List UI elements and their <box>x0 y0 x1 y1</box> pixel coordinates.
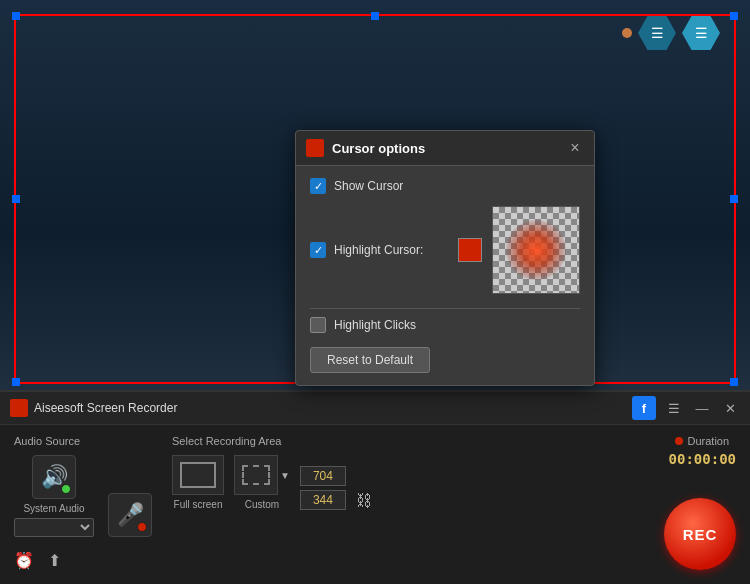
fullscreen-icon <box>180 462 216 488</box>
dialog-title: Cursor options <box>332 141 566 156</box>
custom-dropdown-arrow[interactable]: ▼ <box>280 470 290 481</box>
close-button[interactable]: × <box>566 139 584 157</box>
toolbar-bottom: ⏰ ⬆ <box>0 547 750 574</box>
app-icon <box>10 399 28 417</box>
cursor-options-dialog: Cursor options × ✓ Show Cursor ✓ Highlig… <box>295 130 595 386</box>
status-dot <box>622 28 632 38</box>
audio-source-section: Audio Source 🔊 System Audio 🎤 <box>14 435 152 537</box>
audio-source-label: Audio Source <box>14 435 152 447</box>
width-row <box>300 466 346 486</box>
cursor-glow <box>506 220 566 280</box>
custom-icon <box>242 465 270 485</box>
toolbar-title-bar: Aiseesoft Screen Recorder f ☰ — ✕ <box>0 392 750 425</box>
fullscreen-button-group: Full screen <box>172 455 224 510</box>
duration-value: 00:00:00 <box>669 451 736 467</box>
select-area-section: Select Recording Area Full screen ▼ <box>172 435 649 510</box>
hex-button-2[interactable]: ☰ <box>682 16 720 50</box>
custom-button[interactable] <box>234 455 278 495</box>
system-audio-dropdown[interactable] <box>14 518 94 537</box>
height-row <box>300 490 346 510</box>
custom-button-group: ▼ Custom <box>234 455 290 510</box>
dialog-header: Cursor options × <box>296 131 594 166</box>
divider <box>310 308 580 309</box>
toolbar-content: Audio Source 🔊 System Audio 🎤 <box>0 425 750 547</box>
checkmark-icon: ✓ <box>314 180 323 193</box>
dimensions-group <box>300 466 346 510</box>
handle-middle-left[interactable] <box>12 195 20 203</box>
highlight-clicks-label: Highlight Clicks <box>334 318 416 332</box>
show-cursor-row: ✓ Show Cursor <box>310 178 580 194</box>
fullscreen-button[interactable] <box>172 455 224 495</box>
color-swatch[interactable] <box>458 238 482 262</box>
show-cursor-checkbox[interactable]: ✓ <box>310 178 326 194</box>
toolbar-actions: f ☰ — ✕ <box>632 396 740 420</box>
cursor-preview <box>492 206 580 294</box>
close-window-button[interactable]: ✕ <box>720 398 740 418</box>
rec-label: REC <box>683 526 718 543</box>
highlight-clicks-checkbox[interactable] <box>310 317 326 333</box>
list-icon[interactable]: ☰ <box>664 398 684 418</box>
highlight-cursor-row: ✓ Highlight Cursor: <box>310 206 580 294</box>
link-dimensions-icon[interactable]: ⛓ <box>356 492 372 510</box>
handle-top-left[interactable] <box>12 12 20 20</box>
system-audio-status <box>61 484 71 494</box>
custom-area-wrap: ▼ <box>234 455 290 495</box>
highlight-clicks-row: Highlight Clicks <box>310 317 580 333</box>
dialog-body: ✓ Show Cursor ✓ Highlight Cursor: Highli… <box>296 166 594 385</box>
duration-label-row: Duration <box>675 435 729 447</box>
highlight-cursor-label-group: Highlight Cursor: <box>334 243 458 257</box>
mic-audio-group: 🎤 <box>108 493 152 537</box>
app-title: Aiseesoft Screen Recorder <box>34 401 632 415</box>
dialog-app-icon <box>306 139 324 157</box>
rec-button[interactable]: REC <box>664 498 736 570</box>
duration-dot <box>675 437 683 445</box>
select-area-label: Select Recording Area <box>172 435 649 447</box>
audio-buttons: 🔊 System Audio 🎤 <box>14 455 152 537</box>
duration-group: Duration 00:00:00 <box>669 435 736 467</box>
height-input[interactable] <box>300 490 346 510</box>
minimize-button[interactable]: — <box>692 398 712 418</box>
handle-top-center[interactable] <box>371 12 379 20</box>
handle-bottom-right[interactable] <box>730 378 738 386</box>
highlight-cursor-label: Highlight Cursor: <box>334 243 423 257</box>
menu-icon-2: ☰ <box>695 25 708 41</box>
duration-label: Duration <box>687 435 729 447</box>
hex-button-group: ☰ ☰ <box>622 16 720 50</box>
hex-button-1[interactable]: ☰ <box>638 16 676 50</box>
system-audio-group: 🔊 System Audio <box>14 455 94 537</box>
checkmark-icon-2: ✓ <box>314 244 323 257</box>
width-input[interactable] <box>300 466 346 486</box>
custom-label: Custom <box>245 499 279 510</box>
facebook-button[interactable]: f <box>632 396 656 420</box>
toolbar: Aiseesoft Screen Recorder f ☰ — ✕ Audio … <box>0 390 750 584</box>
handle-middle-right[interactable] <box>730 195 738 203</box>
system-audio-button[interactable]: 🔊 <box>32 455 76 499</box>
fullscreen-label: Full screen <box>174 499 223 510</box>
mic-audio-button[interactable]: 🎤 <box>108 493 152 537</box>
reset-button[interactable]: Reset to Default <box>310 347 430 373</box>
facebook-icon: f <box>642 401 646 416</box>
handle-top-right[interactable] <box>730 12 738 20</box>
system-audio-label: System Audio <box>23 503 84 514</box>
highlight-cursor-checkbox[interactable]: ✓ <box>310 242 326 258</box>
handle-bottom-left[interactable] <box>12 378 20 386</box>
menu-icon: ☰ <box>651 25 664 41</box>
alarm-icon[interactable]: ⏰ <box>14 551 34 570</box>
show-cursor-label: Show Cursor <box>334 179 403 193</box>
mic-status <box>137 522 147 532</box>
area-buttons: Full screen ▼ Custom <box>172 455 649 510</box>
cursor-icon[interactable]: ⬆ <box>48 551 61 570</box>
